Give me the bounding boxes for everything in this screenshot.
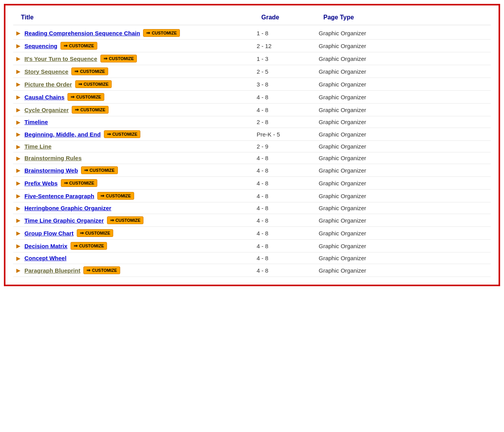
grade-cell: 4 - 8 (257, 193, 319, 199)
row-bullet-icon: ▶ (16, 243, 21, 249)
customize-arrow-icon: ⇒ (104, 56, 107, 61)
title-link[interactable]: Decision Matrix (24, 243, 67, 249)
title-link[interactable]: Five-Sentence Paragraph (24, 193, 94, 199)
title-cell: ▶Decision Matrix⇒ CUSTOMIZE (16, 242, 257, 250)
table-row: ▶Causal Chains⇒ CUSTOMIZE4 - 8Graphic Or… (13, 91, 491, 104)
page-type-cell: Graphic Organizer (319, 167, 491, 174)
page-type-cell: Graphic Organizer (319, 68, 491, 75)
title-cell: ▶Group Flow Chart⇒ CUSTOMIZE (16, 229, 257, 237)
customize-button[interactable]: ⇒ CUSTOMIZE (104, 130, 141, 138)
grade-cell: 4 - 8 (257, 205, 319, 211)
title-link[interactable]: Sequencing (24, 43, 57, 49)
table-row: ▶Beginning, Middle, and End⇒ CUSTOMIZEPr… (13, 128, 491, 141)
table-row: ▶Paragraph Blueprint⇒ CUSTOMIZE4 - 8Grap… (13, 264, 491, 277)
page-type-cell: Graphic Organizer (319, 205, 491, 211)
title-link[interactable]: Brainstorming Rules (24, 155, 82, 161)
row-bullet-icon: ▶ (16, 30, 21, 36)
page-type-cell: Graphic Organizer (319, 193, 491, 199)
customize-button[interactable]: ⇒ CUSTOMIZE (67, 93, 104, 101)
table-body: ▶Reading Comprehension Sequence Chain⇒ C… (13, 27, 491, 277)
customize-button[interactable]: ⇒ CUSTOMIZE (71, 67, 108, 75)
customize-button[interactable]: ⇒ CUSTOMIZE (100, 55, 137, 62)
title-link[interactable]: Story Sequence (24, 68, 68, 75)
row-bullet-icon: ▶ (16, 193, 21, 199)
title-link[interactable]: Time Line (24, 143, 52, 150)
table-row: ▶Cycle Organizer⇒ CUSTOMIZE4 - 8Graphic … (13, 104, 491, 116)
page-type-cell: Graphic Organizer (319, 230, 491, 237)
row-bullet-icon: ▶ (16, 107, 21, 113)
row-bullet-icon: ▶ (16, 217, 21, 223)
title-cell: ▶Time Line (16, 143, 257, 150)
title-cell: ▶Beginning, Middle, and End⇒ CUSTOMIZE (16, 130, 257, 138)
title-link[interactable]: It's Your Turn to Sequence (24, 55, 97, 62)
page-type-cell: Graphic Organizer (319, 155, 491, 161)
table-row: ▶Time Line2 - 9Graphic Organizer (13, 141, 491, 152)
row-bullet-icon: ▶ (16, 180, 21, 186)
customize-button[interactable]: ⇒ CUSTOMIZE (143, 29, 180, 37)
customize-button[interactable]: ⇒ CUSTOMIZE (72, 106, 109, 114)
title-link[interactable]: Group Flow Chart (24, 230, 74, 237)
title-link[interactable]: Prefix Webs (24, 180, 58, 187)
title-cell: ▶Sequencing⇒ CUSTOMIZE (16, 42, 257, 50)
title-link[interactable]: Time Line Graphic Organizer (24, 217, 104, 224)
customize-button[interactable]: ⇒ CUSTOMIZE (97, 192, 134, 200)
title-link[interactable]: Cycle Organizer (24, 107, 69, 113)
customize-arrow-icon: ⇒ (64, 43, 67, 48)
title-link[interactable]: Timeline (24, 119, 48, 125)
title-cell: ▶Timeline (16, 119, 257, 125)
title-link[interactable]: Picture the Order (24, 81, 72, 88)
page-type-cell: Graphic Organizer (319, 267, 491, 274)
grade-cell: 4 - 8 (257, 167, 319, 174)
title-cell: ▶Story Sequence⇒ CUSTOMIZE (16, 67, 257, 75)
customize-button[interactable]: ⇒ CUSTOMIZE (83, 266, 120, 274)
customize-button[interactable]: ⇒ CUSTOMIZE (81, 166, 118, 174)
title-cell: ▶Brainstorming Web⇒ CUSTOMIZE (16, 166, 257, 174)
table-row: ▶Brainstorming Rules4 - 8Graphic Organiz… (13, 152, 491, 164)
title-link[interactable]: Paragraph Blueprint (24, 267, 80, 274)
grade-cell: 4 - 8 (257, 243, 319, 249)
grade-cell: 4 - 8 (257, 217, 319, 224)
table-row: ▶Sequencing⇒ CUSTOMIZE2 - 12Graphic Orga… (13, 40, 491, 52)
row-bullet-icon: ▶ (16, 43, 21, 49)
main-container: Title Grade Page Type ▶Reading Comprehen… (4, 4, 500, 286)
grade-cell: 4 - 8 (257, 255, 319, 261)
customize-arrow-icon: ⇒ (74, 69, 78, 74)
customize-button[interactable]: ⇒ CUSTOMIZE (75, 80, 112, 88)
row-bullet-icon: ▶ (16, 143, 21, 150)
grade-cell: 4 - 8 (257, 267, 319, 274)
title-column-header: Title (21, 14, 261, 21)
customize-arrow-icon: ⇒ (71, 94, 74, 100)
customize-button[interactable]: ⇒ CUSTOMIZE (60, 42, 97, 50)
customize-button[interactable]: ⇒ CUSTOMIZE (71, 242, 107, 250)
title-link[interactable]: Beginning, Middle, and End (24, 131, 101, 138)
grade-cell: 2 - 8 (257, 119, 319, 125)
table-row: ▶Prefix Webs⇒ CUSTOMIZE4 - 8Graphic Orga… (13, 177, 491, 190)
page-type-cell: Graphic Organizer (319, 119, 491, 125)
grade-cell: 4 - 8 (257, 155, 319, 161)
title-cell: ▶Prefix Webs⇒ CUSTOMIZE (16, 179, 257, 187)
customize-button[interactable]: ⇒ CUSTOMIZE (77, 229, 114, 237)
customize-button[interactable]: ⇒ CUSTOMIZE (107, 216, 144, 224)
page-type-cell: Graphic Organizer (319, 107, 491, 113)
table-header: Title Grade Page Type (13, 12, 491, 25)
row-bullet-icon: ▶ (16, 119, 21, 125)
page-type-cell: Graphic Organizer (319, 43, 491, 49)
customize-button[interactable]: ⇒ CUSTOMIZE (61, 179, 98, 187)
title-cell: ▶Five-Sentence Paragraph⇒ CUSTOMIZE (16, 192, 257, 200)
row-bullet-icon: ▶ (16, 255, 21, 261)
customize-arrow-icon: ⇒ (75, 107, 79, 112)
title-link[interactable]: Concept Wheel (24, 255, 66, 261)
title-cell: ▶Concept Wheel (16, 255, 257, 261)
title-cell: ▶Cycle Organizer⇒ CUSTOMIZE (16, 106, 257, 114)
title-cell: ▶Picture the Order⇒ CUSTOMIZE (16, 80, 257, 88)
title-link[interactable]: Reading Comprehension Sequence Chain (24, 30, 140, 36)
row-bullet-icon: ▶ (16, 205, 21, 211)
grade-cell: 4 - 8 (257, 180, 319, 187)
row-bullet-icon: ▶ (16, 267, 21, 273)
page-type-cell: Graphic Organizer (319, 94, 491, 100)
title-link[interactable]: Herringbone Graphic Organizer (24, 205, 111, 211)
title-link[interactable]: Brainstorming Web (24, 167, 78, 174)
page-type-cell: Graphic Organizer (319, 217, 491, 224)
page-type-cell: Graphic Organizer (319, 255, 491, 261)
title-link[interactable]: Causal Chains (24, 94, 64, 100)
